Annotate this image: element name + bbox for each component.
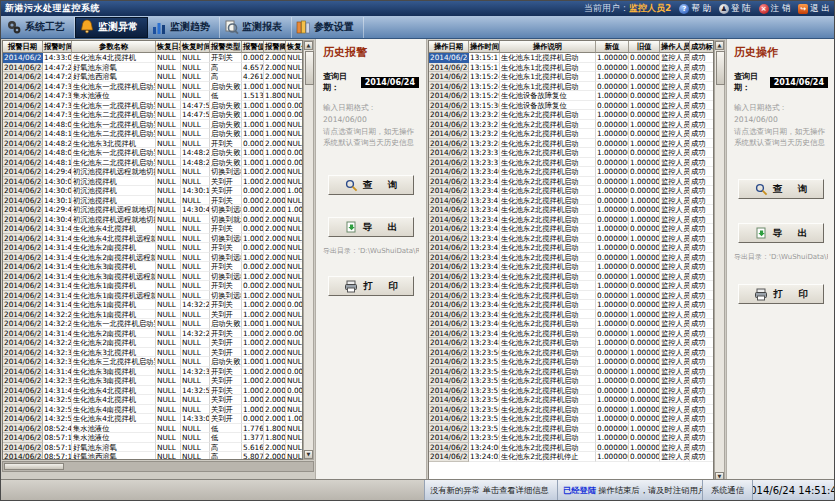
table-cell[interactable]: 2014/06/24 — [429, 63, 469, 73]
table-cell[interactable]: 生化池东2南搅拌机远程就地切换 — [72, 253, 156, 263]
table-cell[interactable]: 0.000000 — [629, 281, 660, 291]
table-cell[interactable]: 14:47:31 — [43, 91, 72, 101]
table-cell[interactable]: 生化池东2北搅拌机启动 — [500, 348, 596, 358]
table-cell[interactable]: 1.000000 — [596, 281, 629, 291]
table-cell[interactable]: 1.0000 — [242, 357, 264, 367]
table-row[interactable]: 2014/06/2413:23:59生化池东2北搅拌机启动1.0000000.0… — [429, 433, 713, 443]
table-cell[interactable]: 高 — [210, 63, 242, 73]
table-row[interactable]: 2014/06/2414:47:38生化池东二北搅拌机启动异常NULL14:47… — [3, 110, 302, 120]
table-row[interactable]: 2014/06/2413:23:56生化池东2北搅拌机启动0.0000001.0… — [429, 405, 713, 415]
table-row[interactable]: 2014/06/2414:31:45生化池东3南搅拌机NULLNULL开到关0.… — [3, 262, 302, 272]
table-row[interactable]: 2014/06/2413:23:43生化池东2北搅拌机启动0.0000001.0… — [429, 234, 713, 244]
table-cell[interactable]: 14:32:21 — [181, 300, 210, 310]
table-cell[interactable]: 生化池东2北搅拌机启动 — [500, 395, 596, 405]
table-cell[interactable]: NULL — [286, 129, 303, 139]
table-cell[interactable]: 2014/06/24 — [429, 414, 469, 424]
table-row[interactable]: 2014/06/2413:23:57生化池东2北搅拌机启动0.0000001.0… — [429, 424, 713, 434]
table-cell[interactable]: 0.000000 — [596, 310, 629, 320]
table-cell[interactable]: 13:23:28 — [469, 139, 500, 149]
table-cell[interactable]: 生化池东2北搅拌机启动 — [500, 158, 596, 168]
table-cell[interactable]: 2014/06/24 — [429, 424, 469, 434]
table-cell[interactable]: 0.000000 — [596, 82, 629, 92]
table-cell[interactable]: 0.0000 — [286, 148, 303, 158]
table-cell[interactable]: NULL — [286, 405, 303, 415]
table-cell[interactable]: 1.000000 — [596, 72, 629, 82]
table-cell[interactable]: 成功 — [690, 120, 714, 130]
table-cell[interactable]: NULL — [156, 262, 181, 272]
table-cell[interactable]: 2014/06/24 — [3, 329, 43, 339]
table-cell[interactable]: 1.000000 — [629, 158, 660, 168]
table-cell[interactable]: 1.0000 — [242, 101, 264, 111]
table-cell[interactable]: 监控人员 — [660, 167, 690, 177]
table-cell[interactable]: NULL — [181, 433, 210, 443]
table-cell[interactable]: 监控人员 — [660, 148, 690, 158]
column-header[interactable]: 报警类型 — [210, 41, 242, 53]
scroll-up-arrow[interactable]: ▲ — [304, 41, 313, 50]
table-cell[interactable]: 0.000000 — [629, 262, 660, 272]
table-cell[interactable]: 生化池东二北搅拌机启动异常 — [72, 110, 156, 120]
table-cell[interactable]: 14:33:07 — [181, 414, 210, 424]
table-cell[interactable]: 13:23:52 — [469, 357, 500, 367]
table-cell[interactable]: NULL — [156, 63, 181, 73]
table-cell[interactable]: 1.000000 — [596, 53, 629, 63]
table-cell[interactable]: 成功 — [690, 376, 714, 386]
table-cell[interactable]: NULL — [181, 405, 210, 415]
table-cell[interactable]: 2014/06/24 — [3, 53, 43, 63]
table-cell[interactable]: 初沉池搅拌机 — [72, 196, 156, 206]
table-cell[interactable]: 1.0000 — [242, 376, 264, 386]
table-cell[interactable]: 2014/06/24 — [3, 433, 43, 443]
table-cell[interactable]: 1.7762 — [242, 424, 264, 434]
table-cell[interactable]: 监控人员 — [660, 338, 690, 348]
table-cell[interactable]: 生化池东2北搅拌机启动 — [500, 110, 596, 120]
table-cell[interactable]: 成功 — [690, 348, 714, 358]
table-cell[interactable]: 生化池东2北搅拌机启动 — [500, 414, 596, 424]
table-cell[interactable]: 2014/06/24 — [429, 129, 469, 139]
table-cell[interactable]: 1.000000 — [596, 110, 629, 120]
table-cell[interactable]: 14:48:15 — [43, 158, 72, 168]
table-cell[interactable]: 生化池东2北搅拌机启动 — [500, 224, 596, 234]
table-cell[interactable]: 2014/06/24 — [429, 101, 469, 111]
table-cell[interactable]: 0.000000 — [629, 129, 660, 139]
table-row[interactable]: 2014/06/2414:31:43生化池东4北搅拌机远程就地切换NULLNUL… — [3, 234, 302, 244]
table-cell[interactable]: NULL — [181, 234, 210, 244]
table-cell[interactable]: NULL — [286, 357, 303, 367]
table-cell[interactable]: 1.000000 — [629, 386, 660, 396]
table-cell[interactable]: 2014/06/24 — [429, 110, 469, 120]
table-cell[interactable]: 1.5135 — [242, 91, 264, 101]
table-cell[interactable]: 成功 — [690, 196, 714, 206]
tab-monitor-trend[interactable]: 监测趋势 — [148, 17, 220, 38]
export-button[interactable]: 导 出 — [738, 223, 824, 243]
table-row[interactable]: 2014/06/2414:48:04生化池东一北搅拌机启动异常NULL14:48… — [3, 148, 302, 158]
table-row[interactable]: 2014/06/2413:23:44生化池东2北搅拌机启动1.0000000.0… — [429, 281, 713, 291]
column-header[interactable]: 报警时间 — [43, 41, 72, 53]
table-cell[interactable]: 1.0000 — [242, 129, 264, 139]
table-cell[interactable]: 监控人员 — [660, 234, 690, 244]
table-cell[interactable]: 14:31:43 — [43, 386, 72, 396]
table-cell[interactable]: 13:23:23 — [469, 120, 500, 130]
table-cell[interactable]: 5.6160 — [242, 443, 264, 453]
table-cell[interactable]: 2014/06/24 — [429, 177, 469, 187]
table-cell[interactable]: 1.000000 — [596, 129, 629, 139]
table-row[interactable]: 2014/06/2413:23:43生化池东2北搅拌机启动0.0000001.0… — [429, 253, 713, 263]
table-cell[interactable]: 13:15:24 — [469, 82, 500, 92]
table-cell[interactable]: 2014/06/24 — [3, 405, 43, 415]
table-cell[interactable]: NULL — [181, 272, 210, 282]
table-cell[interactable]: 监控人员 — [660, 139, 690, 149]
table-cell[interactable]: 2.0000 — [264, 205, 286, 215]
table-row[interactable]: 2014/06/2413:23:22生化池东2北搅拌机启动1.0000000.0… — [429, 110, 713, 120]
table-cell[interactable]: 2014/06/24 — [429, 253, 469, 263]
table-row[interactable]: 2014/06/2414:29:41初沉池搅拌机远程就地切换NULL14:30:… — [3, 205, 302, 215]
table-cell[interactable]: 14:32:35 — [43, 376, 72, 386]
table-row[interactable]: 2014/06/2414:47:31集水池液位NULLNULL低1.51351.… — [3, 91, 302, 101]
table-cell[interactable]: 成功 — [690, 101, 714, 111]
table-cell[interactable]: 2014/06/24 — [3, 424, 43, 434]
table-cell[interactable]: 1.0000 — [242, 177, 264, 187]
table-row[interactable]: 2014/06/2414:31:45生化池东2南搅拌机NULLNULL开到关0.… — [3, 243, 302, 253]
column-header[interactable]: 新值 — [596, 41, 629, 53]
table-cell[interactable]: 14:48:29 — [181, 158, 210, 168]
table-cell[interactable]: 1.000000 — [629, 348, 660, 358]
table-row[interactable]: 2014/06/2414:31:45生化池东2南搅拌机远程就地切换NULLNUL… — [3, 253, 302, 263]
query-button[interactable]: 查 询 — [738, 179, 824, 199]
table-cell[interactable]: NULL — [286, 319, 303, 329]
table-cell[interactable]: 2014/06/24 — [429, 215, 469, 225]
